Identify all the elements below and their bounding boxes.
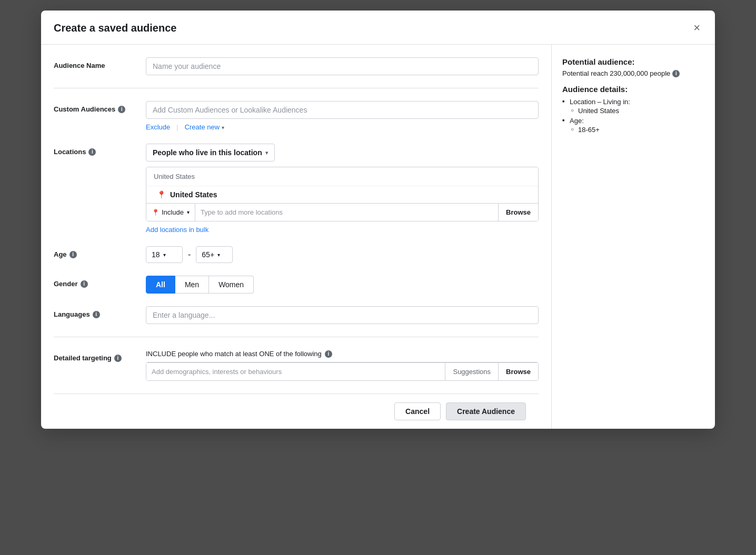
detailed-targeting-info-icon[interactable]: i bbox=[114, 355, 122, 362]
detail-age: Age: 18-65+ bbox=[562, 117, 704, 134]
detail-location-sub: United States bbox=[570, 107, 704, 115]
detail-age-sub: 18-65+ bbox=[570, 126, 704, 134]
gender-buttons: All Men Women bbox=[146, 276, 539, 294]
add-bulk-link[interactable]: Add locations in bulk bbox=[146, 226, 208, 234]
location-browse-button[interactable]: Browse bbox=[498, 204, 538, 221]
age-controls: 18 ▾ - 65+ ▾ bbox=[146, 246, 539, 263]
create-new-button[interactable]: Create new ▾ bbox=[185, 123, 224, 131]
exclude-button[interactable]: Exclude bbox=[146, 123, 170, 131]
include-chevron-icon: ▾ bbox=[187, 209, 190, 215]
languages-info-icon[interactable]: i bbox=[93, 311, 100, 318]
languages-input[interactable] bbox=[146, 306, 539, 324]
location-search-input[interactable] bbox=[195, 204, 498, 221]
locations-info-icon[interactable]: i bbox=[88, 148, 96, 156]
audience-name-label: Audience Name bbox=[54, 57, 146, 69]
location-box: United States 📍 United States 📍 Include … bbox=[146, 167, 539, 221]
sidebar-section: Potential audience: Potential reach 230,… bbox=[552, 45, 715, 429]
location-input-row: 📍 Include ▾ Browse bbox=[146, 203, 538, 221]
age-row: Age i 18 ▾ - 65+ ▾ bbox=[54, 246, 539, 263]
age-info-icon[interactable]: i bbox=[69, 251, 77, 258]
location-box-header: United States bbox=[146, 167, 538, 186]
location-filter-dropdown[interactable]: People who live in this location ▾ bbox=[146, 144, 275, 162]
audience-details-title: Audience details: bbox=[562, 85, 704, 94]
include-dropdown[interactable]: 📍 Include ▾ bbox=[146, 204, 195, 221]
locations-content: People who live in this location ▾ Unite… bbox=[146, 144, 539, 234]
custom-audiences-input[interactable] bbox=[146, 101, 539, 119]
age-min-dropdown[interactable]: 18 ▾ bbox=[146, 246, 183, 263]
gender-content: All Men Women bbox=[146, 276, 539, 294]
detailed-targeting-row: Detailed targeting i INCLUDE people who … bbox=[54, 350, 539, 381]
reach-info-icon[interactable]: i bbox=[672, 70, 680, 77]
audience-details-list: Location – Living in: United States Age:… bbox=[562, 98, 704, 134]
custom-audiences-label: Custom Audiences i bbox=[54, 101, 146, 113]
locations-row: Locations i People who live in this loca… bbox=[54, 144, 539, 234]
modal-title: Create a saved audience bbox=[54, 22, 176, 34]
divider-2 bbox=[54, 337, 539, 337]
languages-label: Languages i bbox=[54, 306, 146, 318]
languages-content bbox=[146, 306, 539, 324]
location-pin-icon: 📍 bbox=[157, 190, 166, 199]
modal-body: Audience Name Custom Audiences i bbox=[41, 45, 715, 429]
custom-audiences-content: Exclude | Create new ▾ bbox=[146, 101, 539, 131]
gender-women-button[interactable]: Women bbox=[209, 276, 254, 294]
potential-audience-title: Potential audience: bbox=[562, 57, 704, 66]
include-pin-icon: 📍 bbox=[152, 209, 160, 216]
gender-info-icon[interactable]: i bbox=[81, 280, 88, 288]
detail-location: Location – Living in: United States bbox=[562, 98, 704, 115]
gender-all-button[interactable]: All bbox=[146, 276, 175, 294]
targeting-suggestions-button[interactable]: Suggestions bbox=[445, 363, 498, 380]
custom-audiences-row: Custom Audiences i Exclude | Create new … bbox=[54, 101, 539, 131]
targeting-description-info-icon[interactable]: i bbox=[325, 350, 332, 358]
close-button[interactable]: × bbox=[691, 20, 702, 36]
audience-name-input[interactable] bbox=[146, 57, 539, 75]
gender-label: Gender i bbox=[54, 276, 146, 288]
targeting-browse-button[interactable]: Browse bbox=[498, 363, 538, 380]
locations-label: Locations i bbox=[54, 144, 146, 156]
gender-men-button[interactable]: Men bbox=[175, 276, 209, 294]
age-separator: - bbox=[188, 250, 191, 259]
age-content: 18 ▾ - 65+ ▾ bbox=[146, 246, 539, 263]
modal-overlay: Create a saved audience × Audience Name bbox=[0, 0, 756, 555]
link-separator: | bbox=[176, 123, 178, 131]
divider-1 bbox=[54, 88, 539, 88]
audience-name-row: Audience Name bbox=[54, 57, 539, 75]
age-max-dropdown[interactable]: 65+ ▾ bbox=[196, 246, 233, 263]
form-section: Audience Name Custom Audiences i bbox=[41, 45, 552, 429]
location-filter-chevron-icon: ▾ bbox=[265, 150, 268, 156]
detail-age-range: 18-65+ bbox=[570, 126, 704, 134]
cancel-button[interactable]: Cancel bbox=[394, 402, 441, 420]
create-saved-audience-modal: Create a saved audience × Audience Name bbox=[41, 11, 715, 429]
age-min-chevron-icon: ▾ bbox=[163, 252, 166, 258]
targeting-search-input[interactable] bbox=[146, 363, 445, 380]
audience-name-content bbox=[146, 57, 539, 75]
detailed-targeting-label: Detailed targeting i bbox=[54, 350, 146, 362]
potential-reach: Potential reach 230,000,000 people i bbox=[562, 69, 704, 77]
detailed-targeting-content: INCLUDE people who match at least ONE of… bbox=[146, 350, 539, 381]
modal-header: Create a saved audience × bbox=[41, 11, 715, 45]
modal-footer: Cancel Create Audience bbox=[54, 393, 539, 429]
gender-row: Gender i All Men Women bbox=[54, 276, 539, 294]
create-audience-button[interactable]: Create Audience bbox=[446, 402, 526, 420]
custom-audiences-info-icon[interactable]: i bbox=[118, 106, 125, 113]
age-max-chevron-icon: ▾ bbox=[217, 252, 220, 258]
custom-audience-links: Exclude | Create new ▾ bbox=[146, 123, 539, 131]
languages-row: Languages i bbox=[54, 306, 539, 324]
location-item: 📍 United States bbox=[146, 186, 538, 203]
targeting-description: INCLUDE people who match at least ONE of… bbox=[146, 350, 539, 358]
targeting-input-row: Suggestions Browse bbox=[146, 362, 538, 380]
detail-location-us: United States bbox=[570, 107, 704, 115]
detailed-targeting-input-box: Suggestions Browse bbox=[146, 362, 539, 381]
age-label: Age i bbox=[54, 246, 146, 258]
create-new-chevron-icon: ▾ bbox=[222, 125, 224, 130]
